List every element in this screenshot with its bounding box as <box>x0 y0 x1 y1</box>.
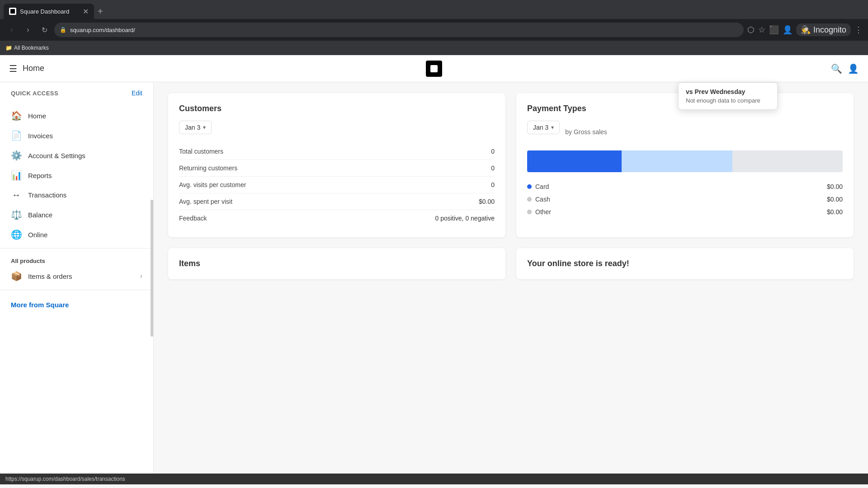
sidebar-item-transactions[interactable]: ↔️ Transactions <box>0 185 153 205</box>
legend-row-card: Card $0.00 <box>527 183 843 190</box>
bottom-sections: Items Your online store is ready! <box>168 248 854 279</box>
card-legend-label: Card <box>535 183 549 190</box>
search-icon[interactable]: 🔍 <box>831 63 842 74</box>
legend-row-other: Other $0.00 <box>527 208 843 216</box>
tooltip-title: vs Prev Wednesday <box>686 88 770 95</box>
online-store-card: Your online store is ready! <box>516 248 854 279</box>
hamburger-icon[interactable]: ☰ <box>9 63 17 74</box>
active-tab[interactable]: Square Dashboard ✕ <box>4 4 94 19</box>
by-gross-sales-label: by Gross sales <box>565 128 607 136</box>
bookmarks-label: All Bookmarks <box>14 45 49 51</box>
menu-icon[interactable]: ⋮ <box>854 25 863 35</box>
legend-row-cash: Cash $0.00 <box>527 196 843 203</box>
avg-spent-label: Avg. spent per visit <box>179 198 232 205</box>
sidebar-item-balance[interactable]: ⚖️ Balance <box>0 205 153 225</box>
lock-icon: 🔒 <box>60 27 66 33</box>
new-tab-button[interactable]: + <box>98 6 103 17</box>
returning-customers-value: 0 <box>491 164 495 172</box>
total-customers-row: Total customers 0 <box>179 143 495 160</box>
section-divider-1 <box>0 248 153 249</box>
tab-close-button[interactable]: ✕ <box>83 7 89 16</box>
customers-date-filter[interactable]: Jan 3 ▾ <box>179 121 212 134</box>
items-card-title: Items <box>179 259 495 268</box>
chevron-down-icon: ▾ <box>203 124 206 131</box>
legend-other-left: Other <box>527 208 551 216</box>
payment-bar-chart <box>527 150 843 172</box>
chevron-right-icon: › <box>140 272 142 280</box>
browser-controls: ‹ › ↻ 🔒 squarup.com/dashboard/ ⬡ ☆ ⬛ 👤 🕵… <box>0 19 868 41</box>
tooltip-description: Not enough data to compare <box>686 97 770 104</box>
sidebar-item-account-settings[interactable]: ⚙️ Account & Settings <box>0 145 153 165</box>
other-legend-value: $0.00 <box>827 208 843 216</box>
url-text: squarup.com/dashboard/ <box>70 27 135 33</box>
edit-link[interactable]: Edit <box>132 89 142 97</box>
cast-icon[interactable]: ⬡ <box>747 25 755 35</box>
legend-cash-left: Cash <box>527 196 550 203</box>
returning-customers-label: Returning customers <box>179 164 237 172</box>
browser-actions: ⬡ ☆ ⬛ 👤 🕵 Incognito ⋮ <box>747 23 863 36</box>
bar-segment-cash <box>622 150 732 172</box>
total-customers-value: 0 <box>491 148 495 155</box>
bookmarks-folder[interactable]: 📁 All Bookmarks <box>5 45 49 51</box>
bookmarks-icon[interactable]: ☆ <box>758 25 765 35</box>
avg-spent-row: Avg. spent per visit $0.00 <box>179 193 495 210</box>
all-products-title: All products <box>0 252 153 266</box>
avg-visits-row: Avg. visits per customer 0 <box>179 177 495 193</box>
account-settings-label: Account & Settings <box>28 152 85 160</box>
items-card: Items <box>168 248 505 279</box>
address-bar[interactable]: 🔒 squarup.com/dashboard/ <box>54 23 744 37</box>
balance-icon: ⚖️ <box>11 209 22 220</box>
customers-stats-list: Total customers 0 Returning customers 0 … <box>179 143 495 226</box>
online-label: Online <box>28 231 47 239</box>
card-dot <box>527 184 532 189</box>
payment-chevron-down-icon: ▾ <box>551 124 554 131</box>
user-profile-icon[interactable]: 👤 <box>848 63 859 74</box>
card-legend-value: $0.00 <box>827 183 843 190</box>
items-orders-left: 📦 Items & orders <box>11 271 72 282</box>
legend-card-left: Card <box>527 183 549 190</box>
home-label: Home <box>28 112 46 120</box>
back-button[interactable]: ‹ <box>5 23 18 36</box>
incognito-label: Incognito <box>813 25 846 35</box>
payment-date-filter[interactable]: Jan 3 ▾ <box>527 121 560 134</box>
avg-visits-label: Avg. visits per customer <box>179 181 246 188</box>
app-title: Home <box>23 64 44 73</box>
scrollbar-thumb[interactable] <box>151 200 153 337</box>
online-icon: 🌐 <box>11 229 22 240</box>
sidebar-item-invoices[interactable]: 📄 Invoices <box>0 126 153 145</box>
more-from-square-section: More from Square <box>0 294 153 316</box>
sidebar-item-home[interactable]: 🏠 Home <box>0 106 153 126</box>
home-icon: 🏠 <box>11 110 22 121</box>
status-url: https://squarup.com/dashboard/sales/tran… <box>5 476 125 482</box>
forward-button[interactable]: › <box>22 23 34 36</box>
reload-button[interactable]: ↻ <box>38 23 51 36</box>
feedback-value: 0 positive, 0 negative <box>435 215 495 222</box>
square-logo <box>426 61 442 77</box>
other-legend-label: Other <box>535 208 551 216</box>
more-from-square-link[interactable]: More from Square <box>11 301 69 309</box>
status-bar: https://squarup.com/dashboard/sales/tran… <box>0 474 868 484</box>
content-area: Customers Jan 3 ▾ Total customers 0 Retu… <box>154 82 868 474</box>
sidebar-item-reports[interactable]: 📊 Reports <box>0 165 153 185</box>
sidebar-item-online[interactable]: 🌐 Online <box>0 225 153 244</box>
invoices-label: Invoices <box>28 132 53 140</box>
profile-icon[interactable]: 👤 <box>783 25 793 35</box>
invoice-icon: 📄 <box>11 130 22 141</box>
cash-legend-value: $0.00 <box>827 196 843 203</box>
cash-legend-label: Cash <box>535 196 550 203</box>
settings-icon: ⚙️ <box>11 150 22 161</box>
bar-segment-other <box>732 150 843 172</box>
browser-chrome: Square Dashboard ✕ + ‹ › ↻ 🔒 squarup.com… <box>0 0 868 55</box>
cash-dot <box>527 197 532 202</box>
tab-bar: Square Dashboard ✕ + <box>0 0 868 19</box>
main-cards-grid: Customers Jan 3 ▾ Total customers 0 Retu… <box>168 93 854 237</box>
incognito-badge: 🕵 Incognito <box>796 23 851 36</box>
incognito-icon: 🕵 <box>801 25 811 35</box>
tab-favicon <box>9 8 16 15</box>
other-dot <box>527 210 532 214</box>
online-store-title: Your online store is ready! <box>527 259 843 268</box>
feedback-label: Feedback <box>179 215 207 222</box>
extension-icon[interactable]: ⬛ <box>769 25 779 35</box>
payment-legend: Card $0.00 Cash $0.00 <box>527 183 843 216</box>
sidebar-item-items-orders[interactable]: 📦 Items & orders › <box>0 266 153 286</box>
